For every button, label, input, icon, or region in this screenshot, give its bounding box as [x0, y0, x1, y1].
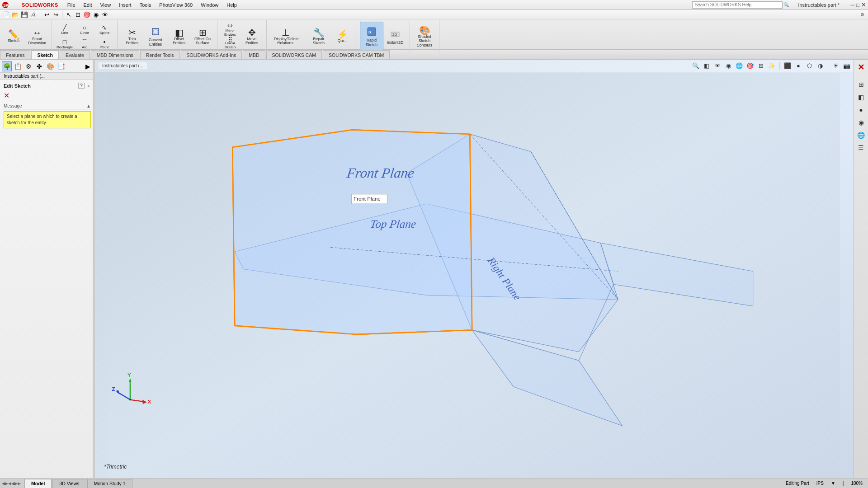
tab-arrow-right[interactable]: ▶ [5, 481, 8, 486]
tab-mbd[interactable]: MBD [243, 50, 265, 59]
menu-window[interactable]: Window [197, 2, 222, 8]
vp-sphere-icon[interactable]: ● [793, 61, 803, 71]
svg-point-39 [129, 399, 131, 401]
menu-insert[interactable]: Insert [115, 2, 135, 8]
vp-shade-icon[interactable]: ◑ [815, 61, 825, 71]
spline-btn[interactable]: ∿ Spline [94, 23, 114, 36]
panel-collapse-btn[interactable]: ▲ [86, 83, 91, 88]
rs-scene-btn[interactable]: 🌐 [855, 129, 867, 141]
menu-file[interactable]: File [64, 2, 79, 8]
rect-btn[interactable]: □ Rectangle [55, 37, 75, 51]
vp-wireframe-icon[interactable]: ⬡ [804, 61, 814, 71]
vp-scene-icon[interactable]: 🌐 [734, 61, 744, 71]
tab-arrow-next[interactable]: ▶▶ [14, 481, 21, 486]
custom-prop-icon[interactable]: 📑 [56, 61, 66, 71]
viewport[interactable]: Instructables part (... 🔍 ◧ 👁 ◉ 🌐 🎯 ⊞ ✨ … [95, 60, 854, 478]
menu-photoview[interactable]: PhotoView 360 [156, 2, 196, 8]
trim-entities-btn[interactable]: ✂ TrimEntities [120, 22, 144, 52]
tab-render-tools[interactable]: Render Tools [140, 50, 180, 59]
search-input[interactable] [692, 1, 783, 9]
move-entities-btn[interactable]: ✥ Move Entities [240, 22, 264, 52]
sidebar-expand-icon[interactable]: ▶ [83, 61, 93, 71]
tab-evaluate[interactable]: Evaluate [60, 50, 90, 59]
zoom-fit-btn[interactable]: ⊡ [73, 10, 82, 19]
tab-solidworks-cam-tbm[interactable]: SOLIDWORKS CAM TBM [323, 50, 390, 59]
bottom-tab-motion[interactable]: Motion Study 1 [87, 479, 132, 488]
feature-tree-icon[interactable]: 🌳 [2, 61, 12, 71]
display-style-btn[interactable]: ◉ [91, 10, 100, 19]
vp-search-icon[interactable]: 🔍 [691, 61, 701, 71]
menu-edit[interactable]: Edit [80, 2, 96, 8]
main-content: 🌳 📋 ⚙ ✤ 🎨 📑 ▶ Instructables part (... Ed… [0, 60, 868, 478]
vp-camera-icon[interactable]: 📷 [842, 61, 852, 71]
panel-help-btn[interactable]: ? [78, 83, 85, 89]
menu-tools[interactable]: Tools [136, 2, 155, 8]
open-file-btn[interactable]: 📂 [11, 10, 20, 19]
vp-view-icon[interactable]: 🎯 [745, 61, 755, 71]
editing-status: Editing Part [786, 481, 809, 486]
vp-render-icon[interactable]: ✨ [767, 61, 777, 71]
units-dropdown[interactable]: ▼ [831, 481, 835, 486]
line-btn[interactable]: ╱ Line [55, 23, 75, 36]
vp-light-icon[interactable]: ☀ [831, 61, 841, 71]
config-manager-icon[interactable]: ⚙ [24, 61, 33, 71]
new-file-btn[interactable]: 📄 [2, 10, 11, 19]
tab-arrow-left[interactable]: ◀ [2, 481, 5, 486]
select-btn[interactable]: ↖ [64, 10, 73, 19]
settings-btn[interactable]: ⚙ [860, 12, 864, 17]
bottom-tab-model[interactable]: Model [24, 479, 52, 488]
rs-section-btn[interactable]: ◧ [855, 91, 867, 103]
redo-btn[interactable]: ↪ [51, 10, 60, 19]
menu-view[interactable]: View [96, 2, 114, 8]
property-manager-icon[interactable]: 📋 [13, 61, 23, 71]
rs-view-btn[interactable]: ⊞ [855, 79, 867, 90]
print-btn[interactable]: 🖨 [29, 10, 38, 19]
vp-display-icon[interactable]: ⊞ [756, 61, 766, 71]
close-edit-btn[interactable]: ✕ [4, 91, 91, 100]
arc-btn[interactable]: ⌒ Arc [75, 37, 94, 51]
smart-dimension-btn[interactable]: ↔ SmartDimension [25, 22, 49, 52]
linear-sketch-btn[interactable]: ⣿ Linear Sketch Pattern [220, 37, 240, 51]
sidebar-resize-handle[interactable] [93, 60, 94, 478]
rs-lighting-btn[interactable]: ● [855, 104, 867, 116]
appearance-icon[interactable]: 🎨 [45, 61, 55, 71]
tab-solidworks-cam[interactable]: SOLIDWORKS CAM [266, 50, 322, 59]
shaded-sketch-btn[interactable]: 🎨 Shaded Sketch Contours [413, 22, 436, 52]
display-delete-relations-btn[interactable]: ⊥ Display/DeleteRelations [269, 22, 301, 52]
vp-hide-icon[interactable]: 👁 [712, 61, 722, 71]
vp-appearance-icon[interactable]: ◉ [723, 61, 733, 71]
circle-btn[interactable]: ○ Circle [75, 23, 94, 36]
offset-entities-btn[interactable]: ◧ Offset Entities [167, 22, 191, 52]
tab-features[interactable]: Features [0, 50, 30, 59]
vp-cube-icon[interactable]: ⬛ [783, 61, 793, 71]
message-collapse-btn[interactable]: ▲ [86, 103, 91, 108]
window-minimize[interactable]: ─ [850, 1, 854, 8]
rs-close-btn[interactable]: ✕ [855, 61, 867, 73]
instant2d-btn[interactable]: 2D Instant2D [383, 22, 407, 52]
tab-arrow-prev[interactable]: ◀◀ [8, 481, 14, 486]
tab-sketch[interactable]: Sketch [31, 50, 58, 59]
rs-appearance-btn[interactable]: ◉ [855, 117, 867, 128]
point-btn[interactable]: • Point [94, 37, 114, 51]
view-orient-btn[interactable]: 🎯 [82, 10, 91, 19]
tab-solidworks-addins[interactable]: SOLIDWORKS Add-Ins [181, 50, 242, 59]
bottom-tab-3dviews[interactable]: 3D Views [52, 479, 86, 488]
hide-show-btn[interactable]: 👁 [100, 10, 109, 19]
convert-entities-btn[interactable]: Convert Entities [144, 22, 167, 52]
window-close[interactable]: ✕ [861, 1, 866, 8]
repair-sketch-btn[interactable]: 🔧 Repair Sketch [307, 22, 330, 52]
rapid-sketch-btn[interactable]: R Rapid Sketch [360, 22, 383, 52]
quick-snaps-btn[interactable]: ⚡ Qui... [330, 22, 354, 52]
menu-help[interactable]: Help [223, 2, 241, 8]
tab-mbd-dimensions[interactable]: MBD Dimensions [91, 50, 139, 59]
dim-xpert-icon[interactable]: ✤ [34, 61, 44, 71]
undo-btn[interactable]: ↩ [42, 10, 51, 19]
feature-tree-path: Instructables part (... [0, 73, 94, 80]
sketch-btn[interactable]: ✏️ Sketch [2, 22, 25, 52]
save-btn[interactable]: 💾 [20, 10, 29, 19]
vp-section-icon[interactable]: ◧ [702, 61, 712, 71]
window-restore[interactable]: □ [856, 2, 859, 8]
tb-col-lines: ╱ Line □ Rectangle [55, 23, 75, 51]
rs-list-btn[interactable]: ☰ [855, 142, 867, 154]
offset-on-surface-btn[interactable]: ⊞ Offset On Surface [191, 22, 214, 52]
